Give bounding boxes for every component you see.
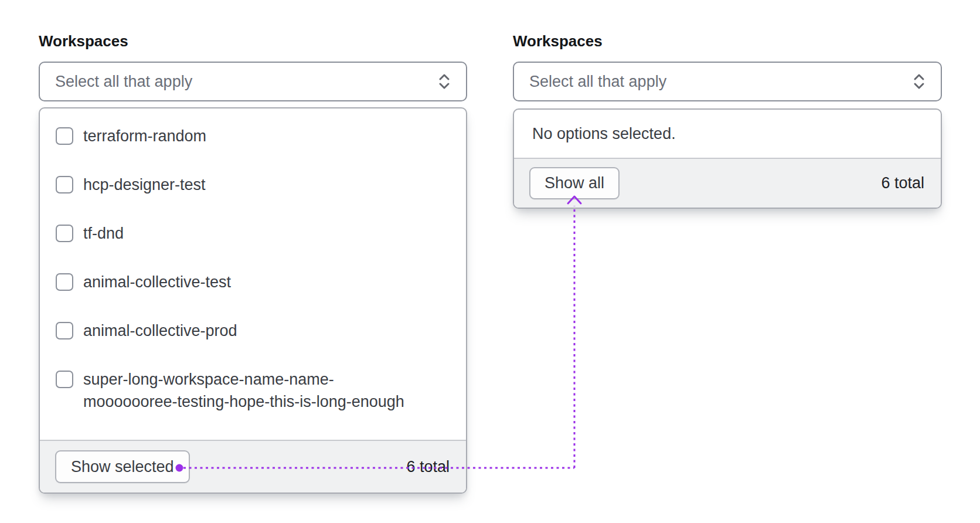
dropdown-footer: Show all 6 total bbox=[514, 159, 941, 208]
option-row[interactable]: hcp-designer-test bbox=[56, 174, 450, 196]
empty-state: No options selected. bbox=[514, 110, 941, 159]
caret-double-icon bbox=[435, 72, 453, 91]
show-all-button[interactable]: Show all bbox=[529, 167, 620, 199]
total-count: 6 total bbox=[881, 174, 924, 192]
select-trigger[interactable]: Select all that apply bbox=[513, 62, 942, 101]
show-selected-button[interactable]: Show selected bbox=[55, 450, 190, 483]
select-trigger[interactable]: Select all that apply bbox=[39, 62, 467, 101]
checkbox[interactable] bbox=[56, 225, 73, 242]
selected-options-panel: No options selected. Show all 6 total bbox=[513, 108, 942, 209]
option-row[interactable]: terraform-random bbox=[56, 125, 450, 147]
field-label: Workspaces bbox=[513, 32, 942, 50]
option-row[interactable]: animal-collective-prod bbox=[56, 320, 450, 342]
total-count: 6 total bbox=[406, 458, 450, 476]
checkbox[interactable] bbox=[56, 273, 73, 291]
dropdown-footer: Show selected 6 total bbox=[40, 440, 466, 493]
checkbox[interactable] bbox=[56, 371, 73, 388]
workspaces-multiselect-expanded: Workspaces Select all that apply terrafo… bbox=[39, 32, 467, 494]
option-label: super-long-workspace-name-name-moooooore… bbox=[83, 368, 420, 413]
checkbox[interactable] bbox=[56, 322, 73, 339]
page: Workspaces Select all that apply terrafo… bbox=[0, 0, 980, 523]
option-row[interactable]: tf-dnd bbox=[56, 222, 450, 244]
checkbox[interactable] bbox=[56, 176, 73, 193]
workspaces-multiselect-empty: Workspaces Select all that apply No opti… bbox=[513, 32, 942, 209]
options-dropdown-panel: terraform-random hcp-designer-test tf-dn… bbox=[39, 107, 467, 494]
option-label: terraform-random bbox=[83, 125, 206, 147]
option-label: tf-dnd bbox=[83, 222, 124, 244]
select-placeholder: Select all that apply bbox=[529, 73, 910, 91]
select-placeholder: Select all that apply bbox=[55, 73, 435, 91]
option-row[interactable]: animal-collective-test bbox=[56, 271, 450, 293]
caret-double-icon bbox=[910, 72, 928, 91]
option-label: hcp-designer-test bbox=[83, 174, 206, 196]
field-label: Workspaces bbox=[39, 32, 467, 50]
checkbox[interactable] bbox=[56, 127, 73, 145]
empty-state-message: No options selected. bbox=[532, 125, 676, 143]
option-label: animal-collective-test bbox=[83, 271, 231, 293]
option-label: animal-collective-prod bbox=[83, 320, 237, 342]
option-row[interactable]: super-long-workspace-name-name-moooooore… bbox=[56, 368, 450, 413]
option-list: terraform-random hcp-designer-test tf-dn… bbox=[40, 108, 466, 440]
